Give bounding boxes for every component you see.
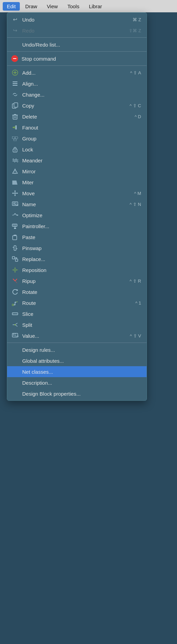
- menu-item-optimize[interactable]: Optimize: [7, 210, 147, 221]
- menu-item-add[interactable]: Add... ^ ⇧ A: [7, 67, 147, 78]
- menu-item-fanout[interactable]: Fanout: [7, 122, 147, 133]
- menu-item-name[interactable]: R210k Name ^ ⇧ N: [7, 199, 147, 210]
- menu-bar-item-tools[interactable]: Tools: [63, 2, 83, 11]
- svg-marker-54: [16, 257, 17, 259]
- menu-item-meander[interactable]: Meander: [7, 155, 147, 166]
- svg-point-62: [12, 304, 14, 306]
- change-icon: [11, 91, 19, 98]
- menu-item-paste[interactable]: Paste: [7, 232, 147, 243]
- menu-bar-item-edit[interactable]: Edit: [3, 2, 20, 11]
- menu-item-move[interactable]: Move ^ M: [7, 188, 147, 199]
- menu-item-delete-label: Delete: [22, 114, 131, 120]
- svg-marker-61: [17, 289, 18, 291]
- menu-item-fanout-label: Fanout: [22, 125, 141, 131]
- menu-item-net-classes-label: Net classes...: [22, 369, 141, 375]
- menu-item-rotate[interactable]: Rotate: [7, 286, 147, 297]
- menu-item-paintroller-label: Paintroller...: [22, 223, 141, 229]
- menu-item-delete-shortcut: ^ D: [135, 114, 141, 119]
- menu-item-align-label: Align...: [22, 81, 141, 87]
- menu-item-description-label: Description...: [22, 380, 141, 386]
- menu-item-design-rules[interactable]: Design rules...: [7, 344, 147, 355]
- menu-item-replace-label: Replace...: [22, 256, 141, 262]
- menu-bar-item-draw[interactable]: Draw: [21, 2, 41, 11]
- menu-item-undo-redo-list[interactable]: Undo/Redo list...: [7, 39, 147, 50]
- svg-point-63: [17, 301, 18, 302]
- menu-item-miter[interactable]: Miter: [7, 177, 147, 188]
- svg-line-39: [15, 213, 16, 215]
- menu-item-value[interactable]: R210k Value... ^ ⇧ V: [7, 330, 147, 341]
- optimize-icon: [11, 211, 19, 219]
- menu-item-paintroller[interactable]: Paintroller...: [7, 221, 147, 232]
- group-icon: [11, 135, 19, 142]
- menu-item-paste-label: Paste: [22, 234, 141, 240]
- menu-item-align[interactable]: Align...: [7, 78, 147, 89]
- menu-item-meander-label: Meander: [22, 158, 141, 163]
- menu-item-add-label: Add...: [22, 70, 127, 76]
- redo-icon: ↪: [11, 27, 19, 34]
- svg-rect-22: [14, 139, 16, 141]
- menu-item-mirror[interactable]: Mirror: [7, 166, 147, 177]
- menu-item-optimize-label: Optimize: [22, 212, 141, 218]
- menu-item-change-label: Change...: [22, 92, 141, 98]
- svg-marker-33: [17, 193, 18, 194]
- menu-item-ripup[interactable]: Ripup ^ ⇧ R: [7, 275, 147, 286]
- menu-item-slice[interactable]: Slice: [7, 308, 147, 319]
- menu-item-split-label: Split: [22, 322, 141, 328]
- menu-item-split[interactable]: Split: [7, 319, 147, 330]
- menu-bar: Edit Draw View Tools Librar: [0, 0, 177, 12]
- menu-item-route[interactable]: Route ^ 1: [7, 297, 147, 308]
- svg-rect-51: [12, 257, 15, 259]
- svg-rect-46: [13, 236, 17, 240]
- menu-item-redo-label: Redo: [22, 28, 125, 34]
- menu-item-description[interactable]: Description...: [7, 377, 147, 388]
- reposition-icon: [11, 266, 19, 274]
- menu-item-reposition-label: Reposition: [22, 267, 141, 273]
- menu-item-move-shortcut: ^ M: [134, 191, 141, 196]
- placeholder-icon-6: [11, 390, 19, 397]
- menu-item-lock[interactable]: Lock: [7, 144, 147, 155]
- meander-icon: [11, 157, 19, 164]
- menu-item-undo-redo-list-label: Undo/Redo list...: [22, 42, 141, 48]
- svg-rect-47: [14, 235, 16, 236]
- menu-item-miter-label: Miter: [22, 179, 141, 185]
- menu-item-reposition[interactable]: Reposition: [7, 264, 147, 275]
- menu-item-group[interactable]: Group: [7, 133, 147, 144]
- menu-item-slice-label: Slice: [22, 311, 141, 317]
- svg-marker-31: [14, 195, 16, 196]
- menu-item-delete[interactable]: Delete ^ D: [7, 111, 147, 122]
- menu-item-group-label: Group: [22, 136, 141, 141]
- ripup-icon: [11, 277, 19, 285]
- slice-icon: [11, 310, 19, 318]
- svg-point-19: [15, 128, 17, 129]
- svg-point-18: [15, 127, 17, 128]
- menu-item-ripup-label: Ripup: [22, 278, 126, 284]
- svg-line-38: [14, 213, 15, 215]
- svg-rect-52: [15, 259, 18, 261]
- menu-item-undo[interactable]: ↩ Undo ⌘ Z: [7, 14, 147, 25]
- svg-marker-27: [12, 181, 17, 185]
- separator-4: [7, 343, 147, 343]
- mirror-icon: [11, 168, 19, 175]
- menu-item-global-attributes[interactable]: Global attributes...: [7, 355, 147, 366]
- paste-icon: [11, 233, 19, 241]
- menu-bar-item-view[interactable]: View: [43, 2, 62, 11]
- separator-2: [7, 51, 147, 52]
- menu-item-design-block-properties[interactable]: Design Block properties...: [7, 388, 147, 399]
- menu-item-pinswap[interactable]: Pinswap: [7, 243, 147, 253]
- menu-bar-item-library[interactable]: Librar: [85, 2, 106, 11]
- menu-item-change[interactable]: Change...: [7, 89, 147, 100]
- menu-item-move-label: Move: [22, 190, 131, 196]
- svg-point-74: [14, 324, 16, 325]
- menu-item-undo-label: Undo: [22, 17, 129, 23]
- menu-item-redo[interactable]: ↪ Redo ⇧⌘ Z: [7, 25, 147, 36]
- separator-1: [7, 37, 147, 38]
- menu-item-replace[interactable]: Replace...: [7, 253, 147, 264]
- menu-item-add-shortcut: ^ ⇧ A: [130, 70, 141, 75]
- menu-item-copy[interactable]: Copy ^ ⇧ C: [7, 100, 147, 111]
- menu-item-value-label: Value...: [22, 333, 126, 339]
- menu-item-route-shortcut: ^ 1: [135, 300, 141, 306]
- value-icon: R210k: [11, 332, 19, 339]
- menu-item-rotate-label: Rotate: [22, 289, 141, 295]
- menu-item-net-classes[interactable]: Net classes...: [7, 366, 147, 377]
- menu-item-stop-command[interactable]: Stop command: [7, 53, 147, 64]
